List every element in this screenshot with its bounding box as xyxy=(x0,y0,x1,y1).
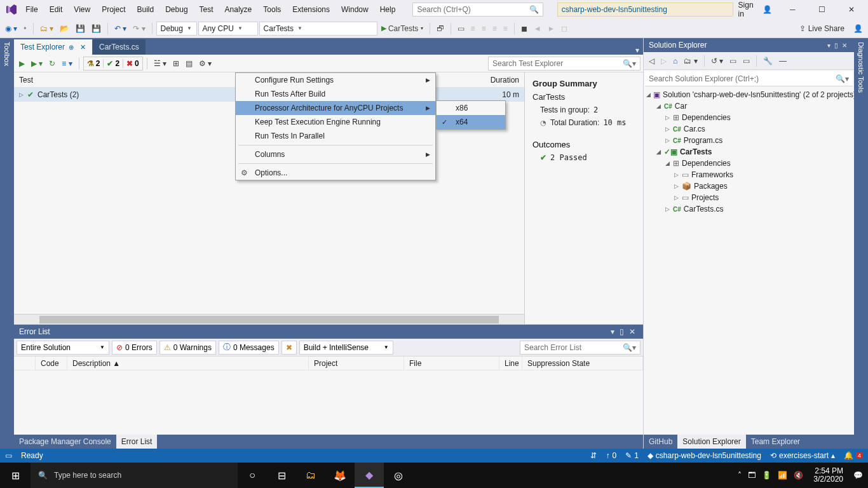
live-share-button[interactable]: ⇪ Live Share xyxy=(794,24,850,33)
menu-run-after-build[interactable]: Run Tests After Build xyxy=(236,87,435,101)
expand-icon[interactable]: ▷ xyxy=(19,92,24,98)
messages-filter[interactable]: ⓘ0 Messages xyxy=(219,341,279,355)
teams-icon[interactable]: ◎ xyxy=(384,463,413,488)
scope-dropdown[interactable]: Entire Solution▼ xyxy=(17,341,109,355)
col-icon[interactable] xyxy=(14,356,36,370)
config-dropdown[interactable]: Debug▼ xyxy=(156,22,197,36)
tree-solution[interactable]: ◢▣Solution 'csharp-web-dev-lsn5unittesti… xyxy=(644,89,854,100)
properties-icon[interactable]: 🔧 xyxy=(761,55,775,67)
tree-cartests[interactable]: ◢✓▣CarTests xyxy=(644,146,854,158)
save-all-icon[interactable]: 💾 xyxy=(89,23,104,34)
menu-configure-run-settings[interactable]: Configure Run Settings▶ xyxy=(236,73,435,87)
indent-more-icon[interactable]: ≡ xyxy=(479,23,489,34)
action-center-icon[interactable]: 💬 xyxy=(853,471,863,480)
bookmark-clear-icon[interactable]: ◻ xyxy=(559,23,570,34)
window-layout-icon[interactable]: ▭ xyxy=(5,451,12,460)
run-icon[interactable]: ▶ ▾ xyxy=(29,58,45,69)
visual-studio-icon[interactable]: ◆ xyxy=(355,463,384,488)
bookmark-next-icon[interactable]: ► xyxy=(545,23,558,34)
status-repo[interactable]: ◆ csharp-web-dev-lsn5unittesting xyxy=(648,451,761,460)
solution-search-input[interactable]: Search Solution Explorer (Ctrl+;)🔍▾ xyxy=(645,71,853,86)
task-view-icon[interactable]: ⊟ xyxy=(267,463,296,488)
show-all-icon[interactable]: ▭ xyxy=(740,55,752,67)
collapse-icon[interactable]: ▭ xyxy=(727,55,739,67)
nav-back-icon[interactable]: ◉ ▾ xyxy=(3,23,20,34)
startup-project-dropdown[interactable]: CarTests▼ xyxy=(259,22,377,36)
diagnostic-tools-rail[interactable]: Diagnostic Tools xyxy=(854,38,868,449)
menu-processor-architecture[interactable]: Processor Architecture for AnyCPU Projec… xyxy=(236,101,435,115)
warnings-filter[interactable]: ⚠0 Warnings xyxy=(159,341,216,355)
repeat-icon[interactable]: ↻ xyxy=(46,58,58,69)
indent-less-icon[interactable]: ≡ xyxy=(468,23,478,34)
open-file-icon[interactable]: 📂 xyxy=(57,23,72,34)
sign-in-button[interactable]: Sign in 👤 xyxy=(733,1,778,18)
menu-options[interactable]: ⚙Options... xyxy=(236,166,435,180)
col-code[interactable]: Code xyxy=(36,356,67,370)
menu-extensions[interactable]: Extensions xyxy=(287,3,336,17)
menu-columns[interactable]: Columns▶ xyxy=(236,147,435,161)
volume-icon[interactable]: 🔇 xyxy=(794,471,803,480)
status-pull-requests[interactable]: ⇵ xyxy=(590,451,597,460)
menu-tools[interactable]: Tools xyxy=(257,3,287,17)
new-project-icon[interactable]: 🗂 ▾ xyxy=(37,23,56,34)
dropdown-icon[interactable]: ▾ xyxy=(825,42,832,49)
taskbar-search[interactable]: 🔍 Type here to search xyxy=(31,463,238,488)
hierarchy-icon[interactable]: ⊞ xyxy=(170,58,182,69)
run-all-icon[interactable]: ▶ xyxy=(17,58,27,69)
sync-icon[interactable]: 🗂 ▾ xyxy=(681,55,700,67)
tree-car-cs[interactable]: ▷C#Car.cs xyxy=(644,123,854,135)
wifi-icon[interactable]: 📶 xyxy=(778,471,787,480)
battery-icon[interactable]: 🗔 xyxy=(748,471,756,480)
status-publish[interactable]: ↑ 0 xyxy=(606,451,616,460)
cortana-icon[interactable]: ○ xyxy=(238,463,267,488)
home-icon[interactable]: ⌂ xyxy=(670,55,680,67)
solution-name-box[interactable]: csharp-web-dev-lsn5unittesting xyxy=(557,3,733,17)
toolbar-icon-1[interactable]: 🗗 xyxy=(434,23,447,34)
error-search-input[interactable]: Search Error List🔍▾ xyxy=(520,341,641,355)
tab-overflow-icon[interactable]: ▾ xyxy=(632,46,643,55)
menu-test[interactable]: Test xyxy=(194,3,219,17)
bookmark-icon[interactable]: ◼ xyxy=(519,23,530,34)
toolbox-rail[interactable]: Toolbox xyxy=(0,38,14,449)
toolbar-icon-2[interactable]: ▭ xyxy=(455,23,467,34)
error-list-title-bar[interactable]: Error List ▾ ▯ ✕ xyxy=(14,325,643,339)
menu-run-parallel[interactable]: Run Tests In Parallel xyxy=(236,129,435,143)
tree-program-cs[interactable]: ▷C#Program.cs xyxy=(644,135,854,146)
fwd-icon[interactable]: ▷ xyxy=(658,55,669,67)
errors-filter[interactable]: ⊘0 Errors xyxy=(112,341,157,355)
solution-explorer-title[interactable]: Solution Explorer ▾ ▯ ✕ xyxy=(644,38,854,52)
menu-window[interactable]: Window xyxy=(336,3,374,17)
submenu-x64[interactable]: ✓x64 xyxy=(437,115,505,129)
status-changes[interactable]: ✎ 1 xyxy=(625,451,639,460)
tree-frameworks[interactable]: ▷▭Frameworks xyxy=(644,169,854,180)
maximize-button[interactable]: ☐ xyxy=(808,0,836,19)
col-suppression[interactable]: Suppression State xyxy=(522,356,643,370)
menu-project[interactable]: Project xyxy=(96,3,131,17)
build-intellisense-dropdown[interactable]: Build + IntelliSense▼ xyxy=(299,341,393,355)
col-file[interactable]: File xyxy=(404,356,499,370)
platform-dropdown[interactable]: Any CPU▼ xyxy=(198,22,258,36)
tab-solution-explorer[interactable]: Solution Explorer xyxy=(677,435,745,449)
preview-icon[interactable]: — xyxy=(776,55,789,67)
feedback-icon[interactable]: 👤 xyxy=(851,23,865,34)
bookmark-prev-icon[interactable]: ◄ xyxy=(531,23,544,34)
menu-debug[interactable]: Debug xyxy=(159,3,193,17)
taskbar-clock[interactable]: 2:54 PM 3/2/2020 xyxy=(810,467,847,484)
pin-icon[interactable]: ▯ xyxy=(617,327,627,336)
tests-total[interactable]: ⚗2 xyxy=(84,59,104,68)
menu-help[interactable]: Help xyxy=(374,3,402,17)
close-icon[interactable]: ✕ xyxy=(840,42,849,49)
quick-launch-search[interactable]: Search (Ctrl+Q) 🔍 xyxy=(412,3,543,17)
tree-projects[interactable]: ▷▭Projects xyxy=(644,192,854,203)
tests-passed[interactable]: ✔2 xyxy=(104,59,123,68)
firefox-icon[interactable]: 🦊 xyxy=(325,463,355,488)
comment-icon[interactable]: ≡ xyxy=(490,23,499,34)
tree-cartests-cs[interactable]: ▷C#CarTests.cs xyxy=(644,203,854,215)
tests-failed[interactable]: ✖0 xyxy=(123,59,142,68)
pin-icon[interactable]: ▯ xyxy=(832,42,840,49)
tab-pkg-mgr-console[interactable]: Package Manager Console xyxy=(14,435,116,449)
refresh-icon[interactable]: ↺ ▾ xyxy=(709,55,726,67)
nav-fwd-icon[interactable]: • xyxy=(21,23,29,34)
menu-keep-engine-running[interactable]: Keep Test Execution Engine Running xyxy=(236,115,435,129)
close-tab-icon[interactable]: ✕ xyxy=(80,43,86,51)
